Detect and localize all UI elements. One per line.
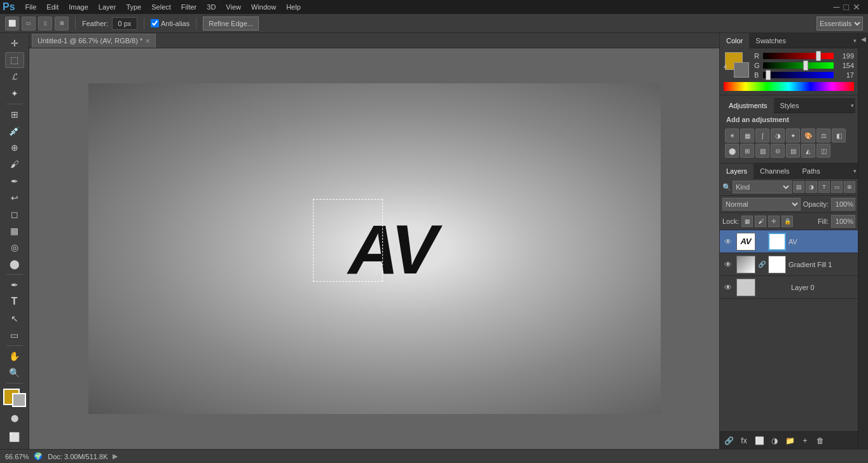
menu-filter[interactable]: Filter	[176, 2, 202, 12]
r-slider[interactable]	[763, 53, 834, 59]
blur-tool[interactable]: ◎	[5, 240, 24, 255]
menu-file[interactable]: File	[20, 2, 42, 12]
filter-smart-icon[interactable]: ⊕	[844, 181, 855, 193]
opacity-input[interactable]	[831, 198, 855, 211]
create-layer-btn[interactable]: +	[799, 434, 811, 447]
shape-tool[interactable]: ▭	[5, 328, 24, 343]
pen-tool[interactable]: ✒	[5, 277, 24, 293]
magic-wand-tool[interactable]: ✦	[5, 86, 24, 101]
dodge-tool[interactable]: ⬤	[5, 256, 24, 272]
move-tool[interactable]: ✛	[5, 36, 24, 51]
delete-layer-btn[interactable]: 🗑	[814, 434, 827, 447]
hue-saturation-icon[interactable]: 🎨	[801, 128, 815, 142]
threshold-icon[interactable]: ◭	[801, 144, 815, 158]
create-group-btn[interactable]: 📁	[783, 434, 796, 447]
g-slider[interactable]	[763, 62, 834, 69]
vibrance-icon[interactable]: ✦	[786, 128, 800, 142]
path-selection-tool[interactable]: ↖	[5, 311, 24, 326]
status-arrow[interactable]: ▶	[113, 452, 118, 460]
styles-tab[interactable]: Styles	[774, 98, 806, 113]
menu-image[interactable]: Image	[64, 2, 93, 12]
eraser-tool[interactable]: ◻	[5, 207, 24, 222]
collapse-panels-btn[interactable]: ◀	[860, 36, 867, 43]
fixed-ratio-btn[interactable]: ⊞	[55, 17, 69, 31]
document-tab-close[interactable]: ✕	[145, 38, 150, 45]
hand-tool[interactable]: ✋	[5, 349, 24, 364]
swatches-tab[interactable]: Swatches	[749, 33, 792, 48]
filter-shape-icon[interactable]: ▭	[831, 181, 843, 193]
posterize-icon[interactable]: ▤	[786, 144, 800, 158]
feather-input[interactable]	[112, 17, 137, 30]
gradient-tool[interactable]: ▦	[5, 223, 24, 238]
layer-row-av[interactable]: 👁 AV AV	[720, 230, 858, 253]
color-lookup-icon[interactable]: ▨	[755, 144, 769, 158]
create-adjustment-btn[interactable]: ◑	[768, 434, 781, 447]
lock-image-pixels-icon[interactable]: 🖌	[755, 216, 766, 227]
lock-position-icon[interactable]: ✛	[768, 216, 780, 227]
menu-help[interactable]: Help	[281, 2, 306, 12]
exposure-icon[interactable]: ◑	[771, 128, 785, 142]
layer-row-gradient[interactable]: 👁 🔗 Gradient Fill 1	[720, 253, 858, 276]
layer-gradient-link[interactable]: 🔗	[758, 261, 766, 268]
lock-all-icon[interactable]: 🔒	[782, 216, 793, 227]
panel-background-color[interactable]	[734, 62, 749, 78]
b-slider-thumb[interactable]	[766, 70, 771, 80]
menu-select[interactable]: Select	[146, 2, 176, 12]
single-row-btn[interactable]: ▭	[22, 17, 36, 31]
lock-transparent-pixels-icon[interactable]: ▦	[741, 216, 753, 227]
clone-stamp-tool[interactable]: ✒	[5, 173, 24, 188]
menu-view[interactable]: View	[221, 2, 246, 12]
workspace-select[interactable]: Essentials	[816, 17, 863, 31]
layer-av-visibility[interactable]: 👁	[722, 236, 734, 247]
change-screen-mode-btn[interactable]: ⬜	[5, 427, 24, 446]
layers-panel-collapse[interactable]: ▾	[852, 167, 858, 176]
eyedropper-tool[interactable]: 💉	[5, 123, 24, 139]
menu-window[interactable]: Window	[246, 2, 281, 12]
background-color[interactable]	[12, 393, 26, 407]
curves-icon[interactable]: ∫	[755, 128, 769, 142]
zoom-tool[interactable]: 🔍	[5, 365, 24, 380]
filter-pixel-icon[interactable]: ▤	[793, 181, 804, 193]
healing-tool[interactable]: ⊕	[5, 140, 24, 155]
layer-0-visibility[interactable]: 👁	[722, 282, 734, 293]
channel-mixer-icon[interactable]: ⊞	[740, 144, 754, 158]
fill-input[interactable]	[831, 215, 855, 228]
link-layers-btn[interactable]: 🔗	[722, 434, 735, 447]
channels-tab[interactable]: Channels	[754, 163, 796, 179]
black-white-icon[interactable]: ◧	[832, 128, 846, 142]
selective-color-icon[interactable]: ◫	[816, 144, 830, 158]
blend-mode-select[interactable]: Normal	[722, 198, 801, 211]
brush-tool[interactable]: 🖌	[5, 156, 24, 172]
quick-mask-btn[interactable]: ⬤	[5, 411, 24, 426]
brightness-contrast-icon[interactable]: ☀	[725, 128, 739, 142]
menu-3d[interactable]: 3D	[202, 2, 221, 12]
layer-row-layer0[interactable]: 👁 Layer 0	[720, 276, 858, 299]
color-panel-collapse[interactable]: ▾	[852, 36, 858, 45]
color-tab[interactable]: Color	[720, 33, 749, 48]
r-slider-thumb[interactable]	[816, 51, 821, 61]
color-balance-icon[interactable]: ⚖	[816, 128, 830, 142]
window-close-btn[interactable]: ✕	[853, 2, 860, 12]
single-column-btn[interactable]: ▯	[38, 17, 52, 31]
window-minimize-btn[interactable]: ─	[834, 2, 840, 12]
layers-kind-select[interactable]: Kind	[733, 181, 792, 193]
levels-icon[interactable]: ▦	[740, 128, 754, 142]
menu-type[interactable]: Type	[121, 2, 146, 12]
color-spectrum[interactable]	[724, 82, 854, 91]
invert-icon[interactable]: ⊝	[771, 144, 785, 158]
g-slider-thumb[interactable]	[803, 60, 808, 71]
refine-edge-button[interactable]: Refine Edge...	[203, 17, 259, 31]
antialias-checkbox[interactable]	[151, 19, 159, 27]
canvas-viewport[interactable]: AV	[29, 48, 719, 449]
document-tab[interactable]: Untitled-1 @ 66.7% (AV, RGB/8) * ✕	[32, 34, 156, 48]
canvas-document[interactable]: AV	[88, 83, 661, 414]
lasso-tool[interactable]: 𝓛	[5, 69, 24, 85]
window-restore-btn[interactable]: □	[844, 2, 849, 12]
photo-filter-icon[interactable]: ⬤	[725, 144, 739, 158]
add-layer-style-btn[interactable]: fx	[738, 434, 750, 447]
type-tool[interactable]: T	[5, 294, 24, 309]
adjustments-tab[interactable]: Adjustments	[722, 98, 774, 113]
adjustments-panel-collapse[interactable]: ▾	[850, 101, 855, 110]
menu-edit[interactable]: Edit	[41, 2, 64, 12]
history-brush-tool[interactable]: ↩	[5, 190, 24, 205]
